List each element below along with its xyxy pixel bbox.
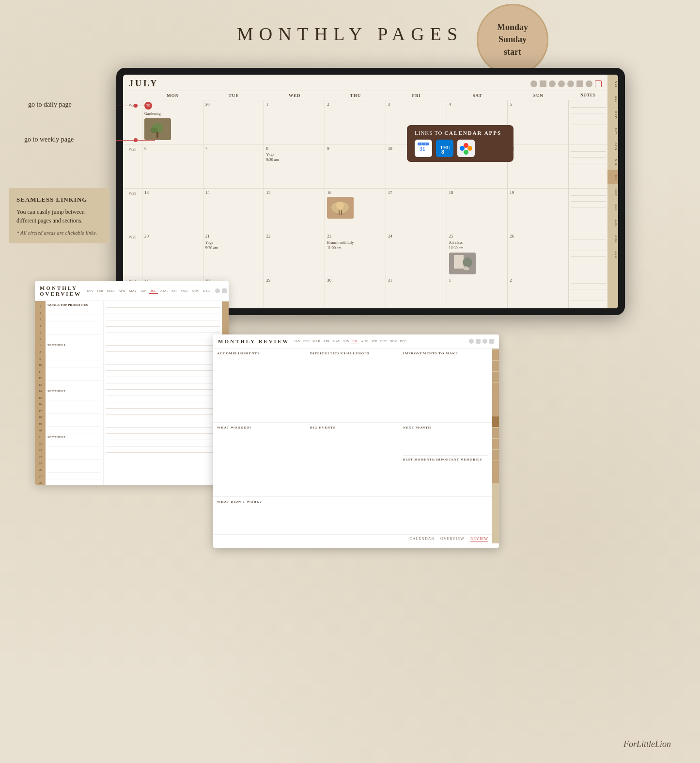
difficulties-cell[interactable]: DIFFICULTIES/CHALLENGES <box>306 349 399 422</box>
rev-dec[interactable]: DEC <box>399 339 408 344</box>
cal-cell-wed-w31[interactable]: 29 <box>264 276 325 308</box>
cal-cell-sat-w31[interactable]: 1 <box>447 276 508 308</box>
rev-side-sep[interactable] <box>492 439 499 449</box>
tab-jan[interactable]: JAN <box>607 77 618 91</box>
ov-mar[interactable]: MAR <box>106 288 116 294</box>
rev-jun[interactable]: JUN <box>342 339 350 344</box>
cal-cell-sun-w27[interactable]: 5 <box>508 100 569 144</box>
heart-icon[interactable] <box>567 80 574 87</box>
accomplishments-cell[interactable]: ACCOMPLISHMENTS <box>213 349 306 422</box>
cal-cell-sat-w29[interactable]: 18 <box>447 189 508 232</box>
rev-apr[interactable]: APR <box>322 339 331 344</box>
rev-side-jan[interactable] <box>492 350 499 360</box>
ov-home-icon[interactable] <box>215 288 220 293</box>
ov-apr[interactable]: APR <box>117 288 127 294</box>
cal-cell-thu-w30[interactable]: 23 Brunch with Lily11:00 am <box>325 232 386 276</box>
cal-cell-thu-w29[interactable]: 16 <box>325 189 386 232</box>
tab-nov[interactable]: NOV <box>607 231 618 246</box>
improvements-cell[interactable]: IMPROVEMENTS TO MAKE <box>399 349 492 422</box>
ov-side-feb[interactable] <box>222 313 229 324</box>
tab-feb[interactable]: FEB <box>607 92 618 106</box>
tab-jul[interactable]: JUL <box>607 170 618 184</box>
rev-side-mar[interactable] <box>492 372 499 382</box>
ov-jan[interactable]: JAN <box>85 288 94 294</box>
rev-jul[interactable]: JUL <box>351 339 359 344</box>
rev-side-jul[interactable] <box>492 416 499 427</box>
rev-grid-icon[interactable] <box>489 339 494 344</box>
rev-may[interactable]: MAY <box>332 339 342 344</box>
tab-jun[interactable]: JUN <box>607 155 618 169</box>
rev-side-feb[interactable] <box>492 361 499 371</box>
what-worked-cell[interactable]: WHAT WORKED? <box>213 423 306 496</box>
big-events-cell[interactable]: BIG EVENTS <box>306 423 399 496</box>
rev-jan[interactable]: JAN <box>293 339 301 344</box>
rev-save-icon[interactable] <box>476 339 481 344</box>
cal-cell-thu-w28[interactable]: 9 <box>325 144 386 188</box>
cal-cell-wed-w30[interactable]: 22 <box>264 232 325 276</box>
ov-jul[interactable]: JUL <box>149 288 158 294</box>
rev-home-icon[interactable] <box>469 339 474 344</box>
search-icon[interactable] <box>549 80 556 87</box>
rev-feb[interactable]: FEB <box>302 339 311 344</box>
home-icon[interactable] <box>530 80 537 87</box>
cal-cell-mon-w30[interactable]: 20 <box>142 232 203 276</box>
rev-side-aug[interactable] <box>492 428 499 438</box>
what-didnt-work-cell[interactable]: WHAT DIDN'T WORK? <box>213 497 492 534</box>
tab-dec[interactable]: DEC <box>607 247 618 262</box>
ov-nov[interactable]: NOV <box>190 288 201 294</box>
cal-cell-thu-w27[interactable]: 2 <box>325 100 386 144</box>
ov-feb[interactable]: FEB <box>95 288 105 294</box>
ov-side-mar[interactable] <box>222 324 229 335</box>
rev-mar[interactable]: MAR <box>311 339 321 344</box>
week-label-w28[interactable]: W28 <box>123 144 142 188</box>
google-calendar-icon[interactable]: 31 <box>415 140 432 157</box>
cal-cell-wed-w29[interactable]: 15 <box>264 189 325 232</box>
rev-side-apr[interactable] <box>492 383 499 394</box>
cal-cell-sun-w28[interactable]: 12 <box>508 144 569 188</box>
rev-oct[interactable]: OCT <box>379 339 388 344</box>
rev-tab-review[interactable]: REVIEW <box>470 537 488 541</box>
cal-cell-mon-w29[interactable]: 13 <box>142 189 203 232</box>
grid-icon[interactable] <box>576 80 583 87</box>
cal-cell-tue-w28[interactable]: 7 <box>203 144 264 188</box>
rev-side-jun[interactable] <box>492 405 499 416</box>
apple-reminders-icon[interactable] <box>457 140 475 157</box>
cal-cell-mon-w27[interactable]: 29 Gardening <box>142 100 203 144</box>
next-month-cell[interactable]: NEXT MONTH BEST MOMENTS/IMPORTANT MEMORI… <box>399 423 492 496</box>
tab-sep[interactable]: SEP <box>607 200 618 214</box>
cal-cell-fri-w31[interactable]: 31 <box>386 276 447 308</box>
rev-side-oct[interactable] <box>492 450 499 461</box>
cal-cell-fri-w30[interactable]: 24 <box>386 232 447 276</box>
cal-cell-sun-w31[interactable]: 2 <box>508 276 569 308</box>
rev-tab-overview[interactable]: OVERVIEW <box>440 537 465 541</box>
rev-side-may[interactable] <box>492 394 499 405</box>
rev-tab-calendar[interactable]: CALENDAR <box>409 537 435 541</box>
ov-sep[interactable]: SEP <box>170 288 179 294</box>
bookmark-icon[interactable] <box>540 80 546 87</box>
ov-jun[interactable]: JUN <box>139 288 148 294</box>
rev-sep[interactable]: SEP <box>370 339 378 344</box>
tab-mar[interactable]: MAR <box>607 107 618 123</box>
week-label-w29[interactable]: W29 <box>123 189 142 232</box>
cal-cell-sun-w29[interactable]: 19 <box>508 189 569 232</box>
tab-aug[interactable]: AUG <box>607 184 618 200</box>
ov-dec[interactable]: DEC <box>202 288 211 294</box>
rev-search-icon[interactable] <box>482 339 487 344</box>
rev-side-dec[interactable] <box>492 472 499 483</box>
cal-cell-fri-w29[interactable]: 17 <box>386 189 447 232</box>
week-label-w27[interactable]: W27 <box>123 100 142 144</box>
rev-nov[interactable]: NOV <box>389 339 398 344</box>
cal-cell-mon-w28[interactable]: 6 <box>142 144 203 188</box>
tab-oct[interactable]: OCT <box>607 215 618 230</box>
cal-cell-tue-w30[interactable]: 21 Yoga9:30 am <box>203 232 264 276</box>
cal-cell-sat-w30[interactable]: 25 Art class10:30 am <box>447 232 508 276</box>
cal-cell-thu-w31[interactable]: 30 <box>325 276 386 308</box>
tab-apr[interactable]: APR <box>607 123 618 138</box>
cal-cell-wed-w28[interactable]: 8 Yoga9:30 am <box>264 144 325 188</box>
ov-aug[interactable]: AUG <box>159 288 169 294</box>
rev-side-nov[interactable] <box>492 461 499 472</box>
outlook-calendar-icon[interactable]: THU 8 <box>436 140 453 157</box>
link-icon[interactable] <box>586 80 592 87</box>
export-icon[interactable] <box>595 80 602 87</box>
ov-oct[interactable]: OCT <box>180 288 189 294</box>
